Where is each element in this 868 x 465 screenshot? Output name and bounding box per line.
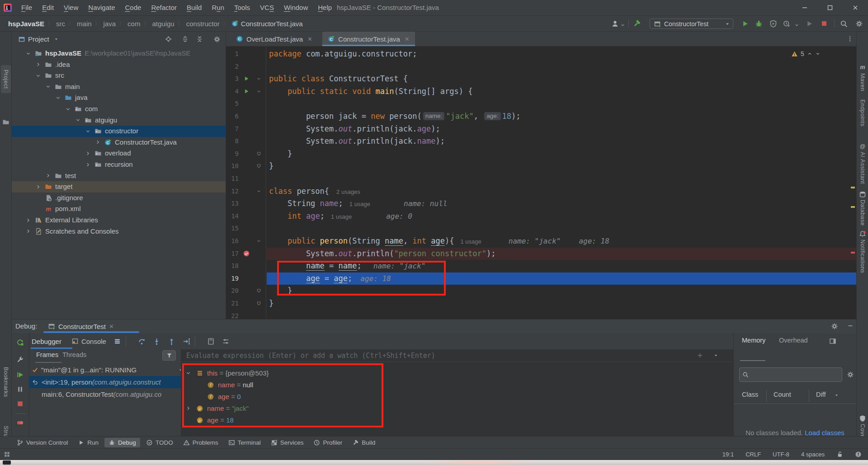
at-sign-icon[interactable]: @ [859, 143, 866, 150]
code-line-10[interactable]: 10} [226, 160, 856, 173]
fold-marker-icon[interactable] [256, 151, 262, 157]
stripe-tab-project[interactable]: Project [1, 65, 11, 93]
bottom-tab-run[interactable]: Run [74, 438, 103, 447]
add-watch-icon[interactable] [697, 352, 703, 359]
debug-button-icon[interactable] [755, 20, 763, 29]
menu-item-file[interactable]: File [16, 0, 37, 15]
thread-filter-button[interactable] [162, 350, 176, 361]
stack-frame-row[interactable]: <init>:19, person (com.atguigu.construct [29, 376, 181, 388]
resume-program-icon[interactable] [16, 371, 24, 380]
tree-chevron-icon[interactable] [45, 173, 51, 178]
tab-console[interactable]: Console [71, 338, 106, 345]
stripe-tab-database[interactable]: Database [859, 200, 866, 226]
bottom-tab-terminal[interactable]: Terminal [224, 438, 265, 447]
line-number[interactable]: 2 [226, 61, 239, 73]
bottom-tab-profiler[interactable]: Profiler [309, 438, 346, 447]
code-line-14[interactable]: 14 int age;1 usageage: 0 [226, 210, 856, 223]
line-number[interactable]: 8 [226, 135, 239, 148]
tree-item-target[interactable]: target [12, 181, 226, 193]
fold-marker-icon[interactable] [256, 301, 262, 306]
menu-item-refactor[interactable]: Refactor [146, 0, 182, 15]
tree-item-external-libraries[interactable]: External Libraries [12, 215, 226, 226]
code-line-6[interactable]: 6 person jack = new person(name:"jack", … [226, 110, 856, 123]
chevron-up-icon[interactable] [807, 51, 812, 56]
column-count[interactable]: Count [774, 391, 791, 398]
chevron-down-icon[interactable] [620, 21, 625, 29]
load-classes-link[interactable]: Load classes [805, 429, 844, 437]
pause-program-icon[interactable] [16, 385, 24, 395]
bell-icon[interactable] [859, 230, 866, 238]
menu-item-window[interactable]: Window [279, 0, 313, 15]
bottom-tab-services[interactable]: Services [267, 438, 308, 447]
restore-layout-icon[interactable] [113, 338, 121, 345]
code-line-12[interactable]: 12class person{2 usages [226, 185, 856, 198]
tree-item-constructor[interactable]: constructor [12, 126, 226, 137]
status-file-encoding[interactable]: UTF-8 [773, 451, 789, 458]
tree-chevron-icon[interactable] [35, 73, 41, 79]
breakpoint-icon[interactable] [243, 250, 250, 257]
line-number[interactable]: 7 [226, 123, 239, 136]
breadcrumb-file[interactable]: CConstructorTest.java [231, 20, 303, 28]
line-number[interactable]: 12 [226, 185, 239, 198]
code-line-3[interactable]: 3public class ConstructorTest { [226, 73, 856, 85]
tree-item-com[interactable]: com [12, 103, 226, 115]
readonly-lock-icon[interactable] [836, 451, 843, 458]
chevron-down-icon[interactable] [713, 353, 718, 358]
line-number[interactable]: 1 [226, 48, 239, 61]
settings-icon[interactable] [855, 20, 863, 29]
stripe-tab-ai-assistant[interactable]: AI Assistant [859, 152, 866, 184]
tree-item-test[interactable]: test [12, 170, 226, 182]
bottom-tab-build[interactable]: Build [348, 438, 379, 447]
tree-item-constructortest.java[interactable]: CConstructorTest.java [12, 137, 226, 148]
tree-item-pom.xml[interactable]: mpom.xml [12, 203, 226, 215]
status-indent-style[interactable]: 4 spaces [801, 451, 825, 458]
notifications-status-icon[interactable] [855, 451, 862, 458]
run-gutter-icon[interactable] [243, 88, 250, 94]
step-out-icon[interactable] [168, 338, 175, 345]
line-number[interactable]: 17 [226, 248, 239, 260]
expand-all-icon[interactable] [182, 36, 189, 42]
tree-item-hspjavase[interactable]: hspJavaSEE:\workplace01\javaSE\hspJavaSE [12, 48, 226, 59]
code-line-13[interactable]: 13 String name;1 usagename: null [226, 197, 856, 210]
code-line-17[interactable]: 17 System.out.println("person constructo… [226, 248, 856, 260]
coverage-run-icon[interactable] [769, 20, 777, 29]
code-line-1[interactable]: 1package com.atguigu.constructor; [226, 48, 856, 61]
tab-debugger[interactable]: Debugger [32, 338, 61, 345]
close-icon[interactable]: ✕ [109, 323, 114, 330]
gear-icon[interactable] [831, 323, 838, 330]
view-options-icon[interactable] [222, 338, 230, 345]
tree-chevron-icon[interactable] [95, 139, 101, 145]
tab-memory[interactable]: Memory [742, 337, 765, 344]
build-project-icon[interactable] [633, 19, 641, 29]
code-line-8[interactable]: 8 System.out.println(jack.name); [226, 135, 856, 148]
tree-chevron-icon[interactable] [65, 106, 71, 112]
tab-threads[interactable]: Threads [62, 351, 86, 358]
bottom-tab-version-control[interactable]: Version Control [13, 438, 72, 447]
debug-settings-icon[interactable] [16, 356, 24, 365]
fold-marker-icon[interactable] [256, 288, 262, 294]
gear-icon[interactable] [213, 36, 221, 43]
tree-item-overload[interactable]: overload [12, 148, 226, 159]
line-number[interactable]: 16 [226, 235, 239, 248]
fold-marker-icon[interactable] [256, 163, 262, 169]
code-line-7[interactable]: 7 System.out.println(jack.age); [226, 123, 856, 136]
bottom-tab-debug[interactable]: Debug [104, 438, 140, 447]
code-line-22[interactable]: 22 [226, 310, 856, 319]
chevron-down-icon[interactable] [794, 21, 799, 29]
search-everywhere-icon[interactable] [840, 20, 848, 29]
line-number[interactable]: 9 [226, 148, 239, 160]
warning-stripe-mark[interactable] [851, 206, 855, 208]
breadcrumb-item-hspJavaSE[interactable]: hspJavaSE [8, 20, 44, 28]
fold-marker-icon[interactable] [256, 76, 262, 82]
stop-process-icon[interactable] [16, 400, 24, 409]
editor-tab-constructortest.java[interactable]: CConstructorTest.java✕ [322, 32, 415, 46]
tree-chevron-icon[interactable] [45, 84, 51, 89]
user-menu-icon[interactable] [611, 20, 619, 29]
line-number[interactable]: 19 [226, 272, 239, 285]
tree-chevron-icon[interactable] [85, 162, 91, 168]
code-editor[interactable]: 1package com.atguigu.constructor;23publi… [226, 47, 856, 319]
shield-icon[interactable] [859, 415, 866, 422]
bottom-tab-problems[interactable]: Problems [179, 438, 222, 447]
tree-chevron-icon[interactable] [85, 128, 91, 134]
tree-item-java[interactable]: java [12, 92, 226, 103]
